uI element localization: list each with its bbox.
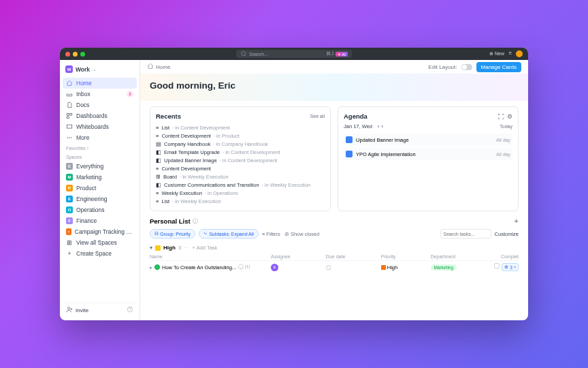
filters-button[interactable]: ≡ Filters (262, 231, 280, 237)
user-avatar[interactable] (516, 50, 523, 57)
complete-checkbox[interactable] (494, 263, 500, 269)
see-all-link[interactable]: See all (310, 114, 325, 119)
doc-icon: ▤ (156, 141, 161, 147)
prev-day[interactable]: ‹ (378, 123, 380, 129)
minimize-window[interactable] (73, 52, 78, 57)
space-icon: F (66, 217, 73, 224)
more-icon[interactable]: ⋯ (184, 245, 189, 251)
recent-item[interactable]: ◧Customer Communications and Transition·… (156, 181, 325, 189)
list-icon: ≡ (156, 198, 159, 204)
space-product[interactable]: PProduct (63, 183, 137, 194)
list-icon: ≡ (156, 125, 159, 131)
assignee-avatar[interactable]: E (271, 264, 278, 271)
nav-dashboards[interactable]: Dashboards (63, 110, 137, 121)
recent-item[interactable]: ≡Content Development (156, 164, 325, 172)
department-tag[interactable]: Marketing (431, 264, 457, 271)
recent-item[interactable]: ◧Updated Banner Image· in Content Develo… (156, 156, 325, 164)
customize-button[interactable]: Customize (495, 231, 519, 237)
space-icon: E (66, 196, 73, 202)
gear-icon[interactable]: ⚙ (507, 113, 512, 120)
close-window[interactable] (65, 52, 70, 57)
agenda-event[interactable]: YPO Agile ImplementationAll day (344, 148, 512, 160)
quick-action[interactable]: ⊕3^ (502, 263, 519, 271)
global-search[interactable]: Search... ⌘J ✦ AI (236, 50, 352, 58)
recent-item[interactable]: ≡List· in Weekly Execution (156, 197, 325, 205)
expand-icon[interactable]: ▸ (150, 264, 152, 271)
edit-layout-toggle[interactable] (461, 64, 472, 70)
recent-item[interactable]: ◧Email Template Upgrade· in Content Deve… (156, 148, 325, 156)
ai-button[interactable]: ✦ AI (336, 52, 348, 57)
task-row[interactable]: ▸ How To Create An Outstanding... ◯⑴ E ▢… (150, 261, 519, 273)
col-department[interactable]: Department (431, 254, 486, 259)
create-space[interactable]: +Create Space (63, 248, 137, 259)
svg-rect-1 (67, 113, 69, 115)
col-due[interactable]: Due date (326, 254, 381, 259)
titlebar: Search... ⌘J ✦ AI ⊕ New ⠿ (60, 48, 528, 60)
show-closed-button[interactable]: ⊘ Show closed (284, 231, 320, 237)
status-dot[interactable] (154, 264, 160, 270)
task-name: How To Create An Outstanding... (162, 264, 236, 271)
view-all-spaces[interactable]: ⊞View all Spaces (63, 237, 137, 248)
col-assignee[interactable]: Assignee (271, 254, 326, 259)
recent-item[interactable]: ▤Company Handbook· in Company Handbook (156, 140, 325, 148)
space-everything[interactable]: EEverything (63, 161, 137, 172)
col-complete[interactable]: Complet (485, 254, 519, 259)
recent-item[interactable]: ≡Content Development· in Product (156, 132, 325, 140)
search-icon (240, 50, 247, 58)
recent-item[interactable]: ≡Weekly Execution· in Operations (156, 189, 325, 197)
tag-icon[interactable]: ◯ (238, 264, 244, 271)
favorites-section[interactable]: Favorites › (63, 143, 137, 152)
nav-home[interactable]: Home (63, 78, 137, 89)
apps-icon[interactable]: ⠿ (508, 51, 512, 57)
recent-item[interactable]: ≡List· in Content Development (156, 123, 325, 132)
agenda-event[interactable]: Updated Banner ImageAll day (344, 134, 512, 146)
invite-button[interactable]: Invite (66, 306, 88, 314)
svg-point-8 (68, 307, 70, 309)
column-headers: Name Assignee Due date Priority Departme… (150, 253, 519, 261)
agenda-title: Agenda (344, 112, 368, 120)
col-name[interactable]: Name (150, 254, 271, 259)
space-engineering[interactable]: EEngineering (63, 194, 137, 204)
next-day[interactable]: › (381, 123, 383, 129)
calendar-icon[interactable]: ▢ (326, 264, 331, 271)
breadcrumb[interactable]: Home (147, 63, 170, 71)
space-marketing[interactable]: MMarketing (63, 172, 137, 183)
search-kbd: ⌘J (326, 51, 333, 57)
list-icon: ≡ (156, 166, 159, 172)
spaces-section: Spaces (63, 152, 137, 161)
personal-list-card: Personal List ⓘ + ⊟Group: Priority ⤷Subt… (140, 217, 528, 279)
nav-inbox[interactable]: Inbox3 (63, 89, 137, 99)
col-priority[interactable]: Priority (381, 254, 431, 259)
nav-more[interactable]: More (63, 132, 137, 143)
expand-icon[interactable]: ⛶ (498, 113, 504, 120)
calendar-icon (346, 136, 353, 143)
nav-whiteboards[interactable]: Whiteboards (63, 121, 137, 132)
list-icon: ≡ (156, 133, 159, 139)
help-icon[interactable] (127, 306, 133, 314)
info-icon[interactable]: ⓘ (193, 217, 198, 225)
space-icon: P (66, 185, 73, 191)
maximize-window[interactable] (80, 52, 85, 57)
priority-group-header[interactable]: ▾ High 3 ⋯ +Add Task (150, 243, 519, 253)
task-icon: ◧ (156, 182, 161, 188)
add-card[interactable]: + (514, 217, 519, 225)
subtask-count: ⑴ (245, 264, 250, 271)
group-chip[interactable]: ⊟Group: Priority (150, 229, 195, 239)
subtasks-chip[interactable]: ⤷Subtasks: Expand All (199, 229, 259, 239)
calendar-icon (346, 151, 353, 157)
add-task-button[interactable]: +Add Task (192, 245, 217, 251)
workspace-switcher[interactable]: W Work ⌄ (63, 63, 137, 75)
space-operations[interactable]: OOperations (63, 204, 137, 215)
manage-cards-button[interactable]: Manage Cards (476, 62, 521, 72)
agenda-date[interactable]: Jan 17, Wed (344, 123, 372, 129)
search-placeholder: Search... (249, 52, 268, 57)
space-campaign-template[interactable]: •Campaign Tracking Template (63, 226, 137, 237)
recent-item[interactable]: ⊞Board· in Weekly Execution (156, 172, 325, 181)
today-button[interactable]: Today (500, 124, 512, 129)
nav-docs[interactable]: Docs (63, 99, 137, 110)
space-finance[interactable]: FFinance (63, 215, 137, 226)
search-tasks-input[interactable] (440, 229, 491, 239)
doc-icon (66, 102, 73, 108)
new-button[interactable]: ⊕ New (489, 51, 504, 57)
main-content: Home Edit Layout: Manage Cards Good morn… (140, 60, 528, 320)
